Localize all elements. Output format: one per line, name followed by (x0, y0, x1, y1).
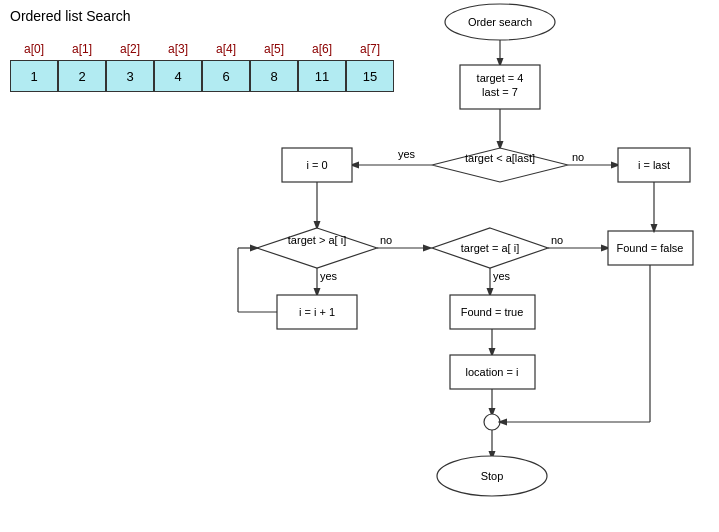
no-label-3: no (551, 234, 563, 246)
i-equals-last-label: i = last (638, 159, 670, 171)
yes-label-2: yes (320, 270, 338, 282)
no-label-1: no (572, 151, 584, 163)
i-equals-0-label: i = 0 (306, 159, 327, 171)
location-i-label: location = i (466, 366, 519, 378)
target-eq-ai-label: target = a[ i] (461, 242, 519, 254)
target-gt-ai-label: target > a[ i] (288, 234, 346, 246)
target-lt-alast-label: target < a[last] (465, 152, 535, 164)
i-equals-i1-label: i = i + 1 (299, 306, 335, 318)
init-label-line1: target = 4 (477, 72, 524, 84)
init-label-line2: last = 7 (482, 86, 518, 98)
no-label-2: no (380, 234, 392, 246)
canvas: Ordered list Search a[0] a[1] a[2] a[3] … (0, 0, 719, 532)
svg-point-25 (484, 414, 500, 430)
flowchart-svg: Order search target = 4 last = 7 target … (0, 0, 719, 532)
yes-label-3: yes (493, 270, 511, 282)
found-true-label: Found = true (461, 306, 524, 318)
stop-label: Stop (481, 470, 504, 482)
order-search-label: Order search (468, 16, 532, 28)
yes-label-1: yes (398, 148, 416, 160)
found-false-label: Found = false (617, 242, 684, 254)
